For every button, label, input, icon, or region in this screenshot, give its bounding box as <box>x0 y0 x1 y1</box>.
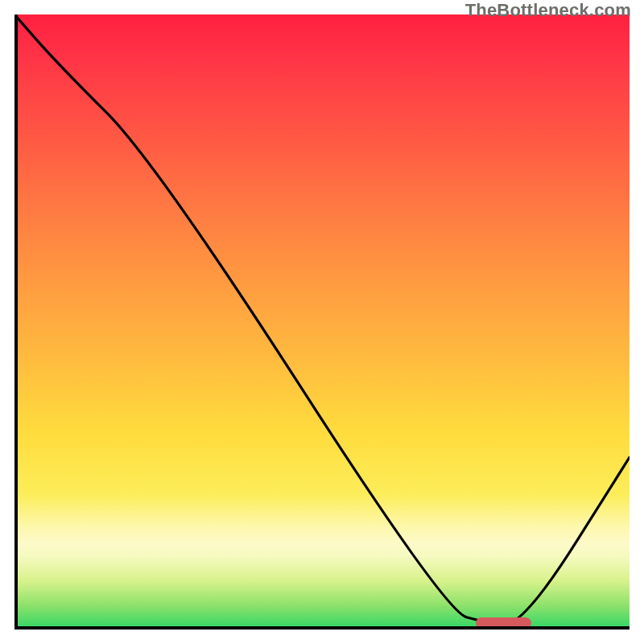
optimal-range-marker <box>476 617 531 629</box>
curve-layer <box>14 14 630 630</box>
bottleneck-chart: TheBottleneck.com <box>0 0 644 644</box>
plot-area <box>14 14 630 630</box>
bottleneck-curve-path <box>14 14 630 623</box>
watermark-text: TheBottleneck.com <box>465 0 631 21</box>
